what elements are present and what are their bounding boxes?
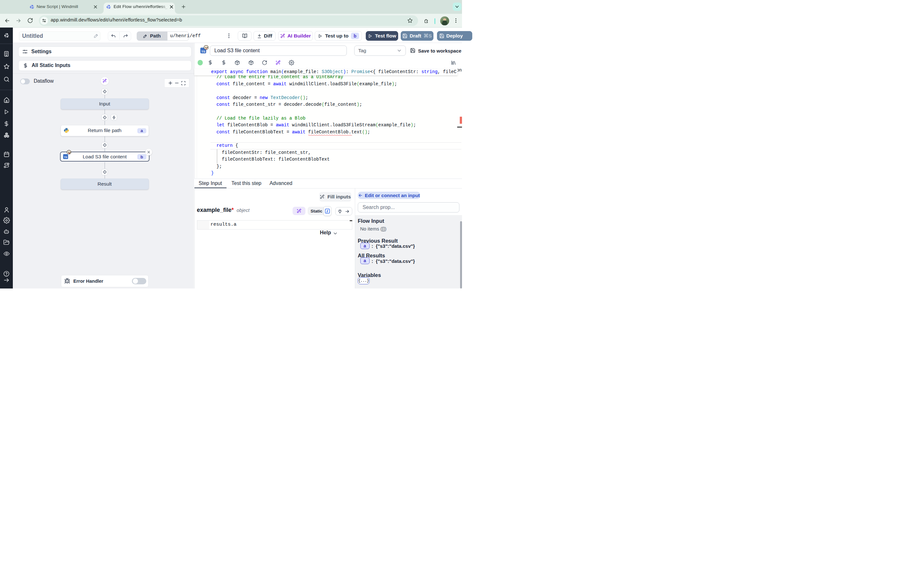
svg-text:TS: TS — [201, 50, 205, 53]
